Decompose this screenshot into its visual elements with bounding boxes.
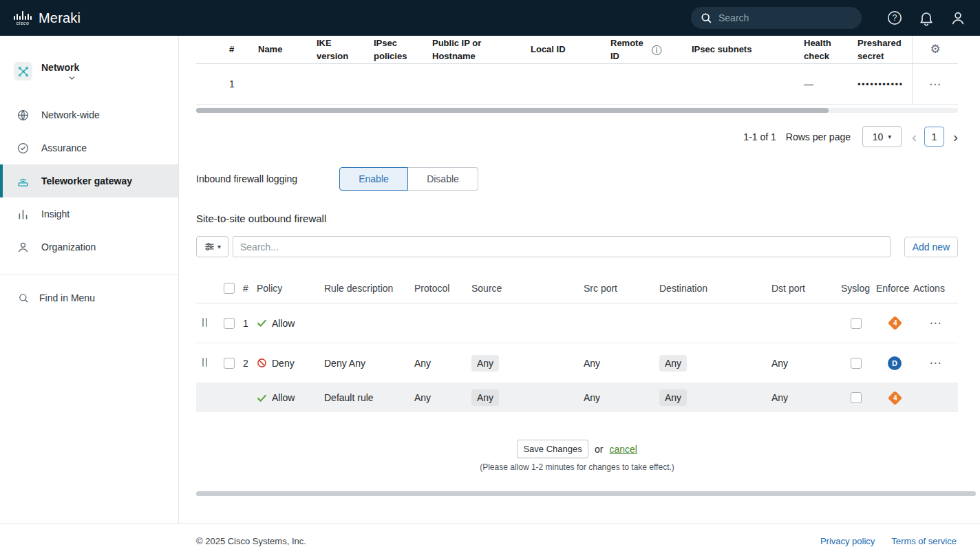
source-chip: Any — [471, 355, 499, 372]
enable-button[interactable]: Enable — [339, 167, 408, 191]
help-icon[interactable]: ? — [886, 10, 903, 26]
page-horizontal-scrollbar[interactable] — [196, 491, 976, 496]
rule-number: 2 — [237, 358, 257, 369]
enforce-badge: 4 — [887, 316, 902, 330]
brand: cisco Meraki — [14, 10, 81, 26]
col-ipsec-policies: IPsec policies — [374, 37, 432, 63]
sidebar: Network Network-wide Assurance — [0, 36, 179, 523]
col-name: Name — [258, 43, 317, 56]
sidebar-item-label: Teleworker gateway — [41, 175, 132, 186]
copyright-text: © 2025 Cisco Systems, Inc. — [196, 536, 306, 546]
globe-icon — [17, 109, 30, 122]
src-port-value: Any — [584, 392, 659, 403]
dst-port-value: Any — [771, 358, 836, 369]
chevron-down-icon: ▾ — [217, 243, 221, 250]
info-icon[interactable]: ⓘ — [652, 43, 662, 58]
col-protocol: Protocol — [414, 283, 471, 294]
firewall-rule-row: 2 Deny Deny Any Any Any Any Any Any D ⋯ — [196, 343, 958, 383]
col-number: # — [224, 43, 258, 56]
col-enforce: Enforce — [876, 283, 913, 294]
gear-icon[interactable]: ⚙ — [930, 41, 940, 58]
cisco-logo-text: cisco — [17, 21, 30, 25]
find-in-menu[interactable]: Find in Menu — [0, 287, 178, 309]
firewall-table-header: # Policy Rule description Protocol Sourc… — [196, 274, 958, 303]
page-number-button[interactable]: 1 — [924, 127, 944, 147]
save-button[interactable]: Save Changes — [517, 440, 588, 458]
chevron-down-icon: ▾ — [888, 133, 891, 140]
notifications-bell-icon[interactable] — [918, 10, 935, 26]
teleworker-gateway-icon — [17, 175, 30, 188]
peer-number: 1 — [224, 78, 258, 89]
next-page-button[interactable]: › — [953, 129, 958, 144]
select-all-checkbox[interactable] — [224, 283, 235, 294]
scrollbar-thumb[interactable] — [196, 108, 829, 113]
col-local-id: Local ID — [531, 43, 610, 56]
col-public-ip: Public IP or Hostname — [432, 37, 531, 63]
syslog-checkbox[interactable] — [851, 318, 862, 329]
sidebar-item-network-wide[interactable]: Network-wide — [0, 98, 178, 131]
network-icon — [14, 62, 32, 81]
drag-handle[interactable] — [202, 358, 207, 367]
firewall-toolbar: ▾ Add new — [196, 236, 958, 257]
disable-button[interactable]: Disable — [408, 167, 478, 191]
terms-of-service-link[interactable]: Terms of service — [891, 536, 957, 546]
previous-page-button[interactable]: ‹ — [912, 129, 917, 144]
main-content: # Name IKE version IPsec policies Public… — [179, 36, 980, 523]
policy-cell: Deny — [257, 358, 324, 369]
health-check-value: — — [804, 78, 858, 89]
sidebar-item-insight[interactable]: Insight — [0, 197, 178, 230]
sidebar-item-organization[interactable]: Organization — [0, 230, 178, 264]
account-icon[interactable] — [950, 10, 966, 26]
page-title: Site-to-site outbound firewall — [196, 213, 958, 224]
enforce-badge: 4 — [887, 390, 902, 405]
allow-check-icon — [257, 393, 267, 403]
chevron-down-icon — [67, 74, 76, 83]
find-in-menu-label: Find in Menu — [39, 292, 95, 303]
vpn-peer-row: 1 — ••••••••••• ⋯ — [196, 64, 958, 105]
svg-text:?: ? — [893, 13, 897, 23]
firewall-rule-row: 1 Allow 4 ⋯ — [196, 303, 958, 343]
col-syslog: Syslog — [836, 283, 876, 294]
more-actions-icon[interactable]: ⋯ — [929, 77, 941, 92]
global-search-input[interactable] — [718, 12, 853, 23]
syslog-checkbox[interactable] — [851, 392, 862, 403]
more-actions-icon[interactable]: ⋯ — [930, 356, 942, 370]
more-actions-icon[interactable]: ⋯ — [930, 316, 942, 330]
vpn-table-scrollbar[interactable] — [196, 108, 958, 113]
bar-chart-icon — [17, 208, 30, 221]
cancel-link[interactable]: cancel — [609, 444, 637, 455]
firewall-default-rule-row: Allow Default rule Any Any Any Any Any 4 — [196, 383, 958, 412]
inbound-logging-label: Inbound firewall logging — [196, 173, 339, 184]
drag-handle[interactable] — [202, 318, 207, 327]
col-destination: Destination — [659, 283, 771, 294]
dst-port-value: Any — [771, 392, 836, 403]
sidebar-item-label: Network-wide — [41, 109, 100, 120]
inbound-logging-toggle: Enable Disable — [339, 167, 478, 191]
col-ipsec-subnets: IPsec subnets — [692, 43, 804, 56]
sidebar-item-label: Assurance — [41, 142, 87, 153]
syslog-checkbox[interactable] — [851, 358, 862, 369]
firewall-search-input[interactable] — [233, 236, 891, 257]
filter-button[interactable]: ▾ — [196, 236, 228, 257]
rows-per-page-select[interactable]: 10 ▾ — [862, 126, 902, 147]
network-selector[interactable]: Network — [0, 62, 178, 83]
vpn-table-header: # Name IKE version IPsec policies Public… — [196, 36, 958, 64]
col-policy: Policy — [257, 283, 324, 294]
col-remote-id: Remote ID ⓘ — [610, 37, 692, 63]
rule-description: Deny Any — [324, 358, 414, 369]
add-new-button[interactable]: Add new — [904, 237, 958, 257]
person-icon — [17, 241, 30, 254]
privacy-policy-link[interactable]: Privacy policy — [820, 536, 875, 546]
sidebar-divider — [0, 275, 178, 275]
global-search[interactable] — [691, 7, 862, 29]
search-icon — [18, 292, 29, 303]
col-source: Source — [471, 283, 584, 294]
col-number: # — [237, 283, 257, 294]
protocol-value: Any — [414, 358, 471, 369]
row-checkbox[interactable] — [224, 358, 235, 369]
row-checkbox[interactable] — [224, 318, 235, 329]
sidebar-item-assurance[interactable]: Assurance — [0, 131, 178, 164]
footer: © 2025 Cisco Systems, Inc. Privacy polic… — [0, 523, 980, 558]
sidebar-item-teleworker-gateway[interactable]: Teleworker gateway — [0, 164, 178, 197]
col-dst-port: Dst port — [771, 283, 836, 294]
